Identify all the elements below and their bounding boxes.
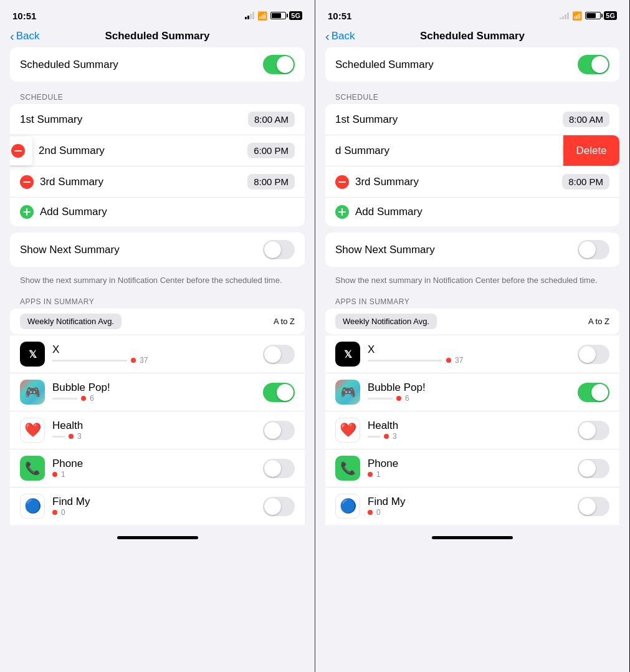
app-row-findmy-left: 🔵 Find My 0 — [10, 487, 305, 525]
show-next-summary-toggle-left[interactable] — [263, 240, 295, 259]
stat-number-phone-right: 1 — [376, 470, 381, 479]
back-label-right[interactable]: Back — [332, 30, 355, 42]
stat-number-health-left: 3 — [77, 432, 82, 441]
second-summary-label-right: d Summary — [335, 145, 389, 157]
minus-icon-3rd-right[interactable] — [335, 175, 349, 189]
toggle-health-left[interactable] — [263, 421, 295, 440]
stat-dot-x-left — [131, 358, 136, 363]
first-summary-time-left[interactable]: 8:00 AM — [248, 112, 295, 127]
toggle-thumb-health-right — [579, 422, 596, 439]
bar4r — [567, 12, 569, 19]
app-info-x-right: X 37 — [368, 343, 570, 365]
toggle-thumb-show-next-right — [579, 241, 596, 258]
toggle-thumb-x-left — [264, 346, 281, 363]
wifi-icon-right: 📶 — [572, 11, 582, 21]
app-info-health-left: Health 3 — [52, 420, 255, 441]
chevron-left-icon-right: ‹ — [325, 30, 330, 42]
first-summary-time-right[interactable]: 8:00 AM — [563, 112, 609, 127]
app-row-x-right: 𝕏 X 37 — [325, 335, 619, 373]
scheduled-summary-toggle-left[interactable] — [263, 55, 295, 74]
minus-icon-2nd-left[interactable] — [11, 144, 25, 158]
toggle-bubble-left[interactable] — [263, 383, 295, 402]
stat-bar-bg-health-right — [368, 436, 380, 438]
sort-weekly-right[interactable]: Weekly Notification Avg. — [335, 314, 437, 329]
bar3 — [250, 14, 252, 19]
app-icon-bubble-left: 🎮 — [20, 380, 45, 405]
status-icons-right: 📶 5G — [560, 11, 617, 21]
back-label-left[interactable]: Back — [16, 30, 40, 42]
toggle-phone-left[interactable] — [263, 459, 295, 478]
nav-bar-right: ‹ Back Scheduled Summary — [315, 27, 629, 47]
stat-dot-findmy-left — [52, 510, 57, 515]
third-summary-time-right[interactable]: 8:00 PM — [562, 174, 609, 190]
plus-icon-right — [335, 205, 349, 219]
app-icon-x-left: 𝕏 — [20, 342, 45, 367]
stat-bar-phone-left: 1 — [52, 470, 255, 479]
toggle-thumb-show-next-left — [264, 241, 281, 258]
scheduled-summary-label-left: Scheduled Summary — [20, 59, 118, 71]
stat-bar-findmy-right: 0 — [368, 508, 570, 517]
toggle-thumb-right — [591, 56, 608, 73]
app-name-x-left: X — [52, 343, 255, 356]
toggle-thumb-bubble-right — [591, 384, 608, 401]
app-row-bubble-left: 🎮 Bubble Pop! 6 — [10, 373, 305, 411]
minus-white-box-left[interactable] — [10, 137, 32, 165]
toggle-bubble-right[interactable] — [578, 383, 609, 402]
stat-bar-fill-health-left — [52, 436, 65, 438]
page-title-left: Scheduled Summary — [105, 30, 209, 42]
show-next-summary-toggle-right[interactable] — [578, 240, 609, 259]
toggle-findmy-right[interactable] — [578, 497, 609, 516]
second-summary-left: 2nd Summary — [39, 145, 105, 157]
toggle-x-right[interactable] — [578, 345, 609, 364]
schedule-card-left: 1st Summary 8:00 AM 2nd Summary 6:00 PM — [10, 104, 305, 226]
app-row-health-right: ❤️ Health 3 — [325, 411, 619, 449]
stat-bar-phone-right: 1 — [368, 470, 570, 479]
app-icon-health-left: ❤️ — [20, 418, 45, 443]
show-next-summary-desc-left: Show the next summary in Notification Ce… — [10, 273, 305, 292]
third-summary-time-left[interactable]: 8:00 PM — [247, 174, 295, 190]
third-summary-label-left: 3rd Summary — [40, 176, 103, 188]
app-name-findmy-right: Find My — [368, 496, 570, 508]
toggle-x-left[interactable] — [263, 345, 295, 364]
minus-icon-3rd-left[interactable] — [20, 175, 34, 189]
app-row-x-left: 𝕏 X 37 — [10, 335, 305, 373]
app-row-findmy-right: 🔵 Find My 0 — [325, 487, 619, 525]
second-summary-time-left[interactable]: 6:00 PM — [247, 143, 295, 158]
add-summary-row-right[interactable]: Add Summary — [325, 198, 619, 226]
back-button-right[interactable]: ‹ Back — [325, 30, 355, 42]
toggle-thumb-findmy-left — [264, 498, 281, 515]
battery-fill-right — [586, 13, 596, 18]
back-button-left[interactable]: ‹ Back — [10, 30, 39, 42]
stat-bar-fill-x-left — [52, 360, 116, 362]
app-info-findmy-right: Find My 0 — [368, 496, 570, 517]
toggle-phone-right[interactable] — [578, 459, 609, 478]
schedule-header-right: SCHEDULE — [325, 88, 619, 104]
wifi-icon-left: 📶 — [257, 11, 267, 21]
signal-icon-right — [560, 12, 569, 19]
app-name-health-left: Health — [52, 420, 255, 432]
sort-bar-right: Weekly Notification Avg. A to Z — [325, 309, 619, 334]
sort-az-right[interactable]: A to Z — [588, 317, 609, 326]
show-next-summary-row-left: Show Next Summary — [10, 233, 305, 267]
apps-list-left: 𝕏 X 37 🎮 — [10, 335, 305, 525]
toggle-thumb-left — [277, 56, 294, 73]
apps-header-left: APPS IN SUMMARY — [10, 292, 305, 309]
toggle-thumb-findmy-right — [579, 498, 596, 515]
app-name-x-right: X — [368, 343, 570, 356]
5g-icon-left: 5G — [289, 11, 302, 20]
scheduled-summary-toggle-right[interactable] — [578, 55, 609, 74]
battery-icon-left — [270, 12, 286, 19]
sort-az-left[interactable]: A to Z — [274, 317, 295, 326]
sort-weekly-left[interactable]: Weekly Notification Avg. — [20, 314, 122, 329]
nav-bar-left: ‹ Back Scheduled Summary — [0, 27, 315, 47]
scheduled-summary-card-right: Scheduled Summary — [325, 47, 619, 82]
add-summary-row-left[interactable]: Add Summary — [10, 198, 305, 226]
delete-button-right[interactable]: Delete — [563, 135, 619, 166]
home-indicator-left — [117, 536, 198, 539]
toggle-findmy-left[interactable] — [263, 497, 295, 516]
third-summary-left-right: 3rd Summary — [335, 175, 419, 189]
third-summary-label-right: 3rd Summary — [355, 176, 419, 188]
toggle-health-right[interactable] — [578, 421, 609, 440]
show-next-summary-desc-right: Show the next summary in Notification Ce… — [325, 273, 619, 292]
bar4 — [252, 12, 254, 19]
